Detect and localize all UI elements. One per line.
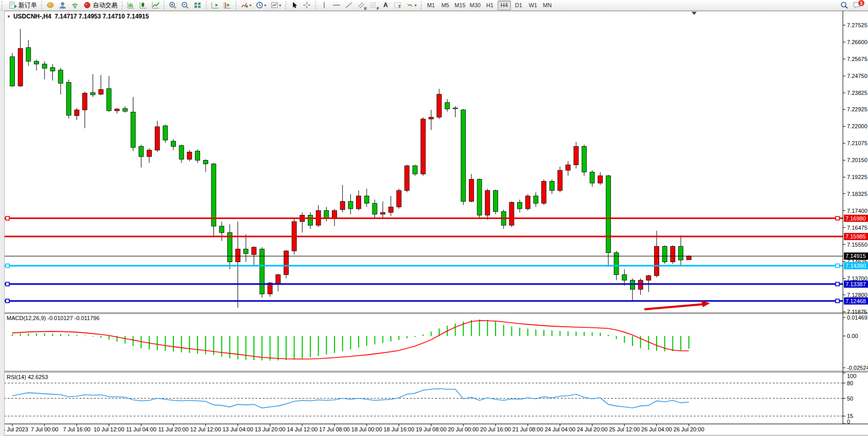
templates-button[interactable]: ▾ bbox=[269, 1, 283, 10]
candle[interactable] bbox=[74, 110, 79, 115]
tab-timeframe-w1[interactable]: W1 bbox=[526, 1, 540, 10]
vertical-line-tool-button[interactable] bbox=[319, 1, 330, 10]
profile-button[interactable] bbox=[57, 1, 68, 10]
candle[interactable] bbox=[155, 127, 160, 150]
candle[interactable] bbox=[566, 165, 570, 170]
candlestick-chart-button[interactable] bbox=[137, 1, 149, 10]
candle[interactable] bbox=[308, 215, 312, 225]
tab-timeframe-d1[interactable]: D1 bbox=[512, 1, 525, 10]
candle[interactable] bbox=[171, 141, 176, 146]
candle[interactable] bbox=[220, 226, 224, 232]
candle[interactable] bbox=[477, 179, 482, 215]
candle[interactable] bbox=[381, 212, 385, 214]
tab-timeframe-m1[interactable]: M1 bbox=[424, 1, 438, 10]
candle[interactable] bbox=[332, 211, 337, 218]
candle[interactable] bbox=[50, 68, 55, 71]
candle[interactable] bbox=[260, 249, 264, 294]
hline-handle[interactable] bbox=[836, 282, 839, 286]
candle[interactable] bbox=[397, 190, 401, 207]
candle[interactable] bbox=[284, 251, 288, 274]
hline-handle[interactable] bbox=[836, 216, 839, 220]
hline-handle[interactable] bbox=[6, 299, 9, 303]
tab-timeframe-m5[interactable]: M5 bbox=[439, 1, 452, 10]
bar-chart-button[interactable] bbox=[125, 1, 136, 10]
candle[interactable] bbox=[686, 256, 691, 260]
new-order-button[interactable]: 新订单 bbox=[7, 1, 38, 10]
candle[interactable] bbox=[413, 166, 418, 174]
candle[interactable] bbox=[453, 108, 458, 109]
candle[interactable] bbox=[662, 246, 667, 262]
arrows-tool-button[interactable]: ▾ bbox=[404, 1, 418, 10]
candle[interactable] bbox=[405, 166, 409, 190]
candle[interactable] bbox=[139, 147, 144, 157]
fibonacci-tool-button[interactable]: F bbox=[368, 1, 379, 10]
candle[interactable] bbox=[244, 249, 248, 254]
candle[interactable] bbox=[324, 211, 329, 218]
candle[interactable] bbox=[58, 70, 63, 84]
auto-scroll-button[interactable] bbox=[209, 1, 221, 10]
candle[interactable] bbox=[195, 151, 200, 161]
candle[interactable] bbox=[235, 249, 240, 262]
text-tool-button[interactable]: A bbox=[380, 1, 391, 10]
candle[interactable] bbox=[91, 93, 95, 95]
hline-handle[interactable] bbox=[836, 264, 839, 268]
candle[interactable] bbox=[107, 89, 111, 111]
candle[interactable] bbox=[469, 179, 474, 201]
hline-handle[interactable] bbox=[6, 216, 9, 220]
candle[interactable] bbox=[357, 196, 361, 209]
candle[interactable] bbox=[131, 112, 135, 147]
tab-timeframe-h4[interactable]: H4 bbox=[498, 1, 511, 10]
candle[interactable] bbox=[211, 164, 216, 226]
line-chart-button[interactable] bbox=[150, 1, 161, 10]
candle[interactable] bbox=[622, 275, 627, 281]
horizontal-line-tool-button[interactable] bbox=[331, 1, 342, 10]
gold-badge-button[interactable] bbox=[45, 1, 56, 10]
candle[interactable] bbox=[203, 160, 208, 164]
periods-button[interactable]: ▾ bbox=[254, 1, 268, 10]
candle[interactable] bbox=[98, 90, 103, 94]
signals-button[interactable] bbox=[69, 1, 81, 10]
candle[interactable] bbox=[485, 190, 490, 215]
candle[interactable] bbox=[10, 57, 15, 86]
trendline-tool-button[interactable] bbox=[343, 1, 354, 10]
candle[interactable] bbox=[509, 202, 514, 225]
tab-timeframe-m15[interactable]: M15 bbox=[453, 1, 467, 10]
candle[interactable] bbox=[655, 246, 659, 275]
notifications-button[interactable]: 1 bbox=[851, 1, 863, 10]
hline-handle[interactable] bbox=[6, 264, 9, 268]
candle[interactable] bbox=[147, 150, 151, 156]
candle[interactable] bbox=[388, 207, 393, 212]
candle[interactable] bbox=[42, 64, 47, 68]
crosshair-tool-button[interactable] bbox=[301, 1, 312, 10]
candle[interactable] bbox=[542, 181, 546, 203]
candle[interactable] bbox=[123, 109, 127, 111]
candle[interactable] bbox=[348, 202, 353, 209]
candle[interactable] bbox=[83, 93, 87, 110]
candle[interactable] bbox=[534, 196, 538, 203]
candle[interactable] bbox=[582, 147, 586, 172]
candle[interactable] bbox=[179, 146, 184, 160]
chart-shift-button[interactable] bbox=[222, 1, 233, 10]
candle[interactable] bbox=[646, 275, 651, 280]
candle[interactable] bbox=[445, 103, 449, 109]
candle[interactable] bbox=[670, 246, 675, 262]
hline-handle[interactable] bbox=[836, 299, 839, 303]
tab-timeframe-m30[interactable]: M30 bbox=[468, 1, 482, 10]
label-tool-button[interactable]: T bbox=[392, 1, 403, 10]
channel-tool-button[interactable]: E bbox=[356, 1, 367, 10]
chart-canvas[interactable]: 7.275257.266007.256757.247507.238257.229… bbox=[0, 0, 868, 436]
candle[interactable] bbox=[340, 202, 345, 210]
indicators-button[interactable]: ▾ bbox=[239, 1, 253, 10]
candle[interactable] bbox=[252, 247, 257, 254]
candle[interactable] bbox=[18, 49, 23, 86]
search-button[interactable] bbox=[839, 1, 850, 10]
candle[interactable] bbox=[364, 196, 369, 203]
candle[interactable] bbox=[26, 48, 31, 62]
candle[interactable] bbox=[115, 109, 120, 111]
candle[interactable] bbox=[525, 196, 530, 209]
candle[interactable] bbox=[34, 62, 39, 64]
candle[interactable] bbox=[372, 203, 377, 214]
candle[interactable] bbox=[606, 176, 610, 253]
zoom-out-button[interactable] bbox=[180, 1, 191, 10]
candle[interactable] bbox=[66, 83, 71, 115]
